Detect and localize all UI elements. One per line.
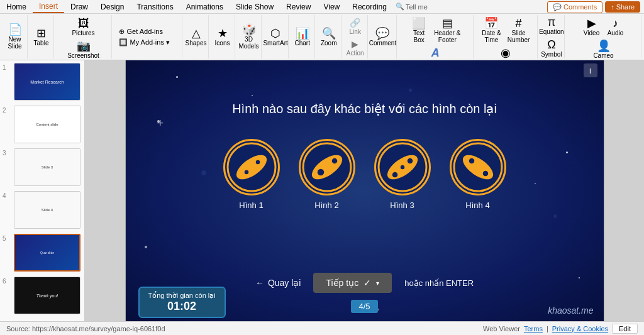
terms-link[interactable]: Terms (524, 325, 543, 332)
next-button[interactable]: Tiếp tục ✓ ▾ (313, 273, 392, 293)
share-button[interactable]: ↑ Share (605, 1, 640, 13)
3d-models-label: 3DModels (238, 36, 258, 50)
ribbon-cameo[interactable]: 👤 Cameo (591, 39, 616, 60)
audio-label: Audio (608, 30, 624, 36)
ribbon-header-footer[interactable]: ▤ Header &Footer (431, 16, 463, 45)
chart-label: Chart (294, 40, 309, 47)
ribbon-zoom[interactable]: 🔍 Zoom (318, 26, 340, 48)
slide-num-1: 1 (3, 63, 11, 71)
ribbon-group-equation: π Equation Ω Symbol (539, 15, 565, 58)
ribbon-my-addins[interactable]: 🔲 My Add-ins ▾ (116, 38, 179, 47)
svg-point-12 (407, 158, 413, 164)
ribbon-group-images: 🖼 Pictures 📷 Screenshot (55, 15, 112, 58)
image-item-3[interactable]: Hình 3 (374, 139, 431, 210)
menu-home[interactable]: Home (0, 1, 33, 13)
ribbon-smartart[interactable]: ⬡ SmartArt (260, 26, 290, 48)
slide-img-6: Thank you! (14, 277, 80, 314)
ribbon-new-slide[interactable]: 📄 NewSlide (4, 23, 26, 51)
svg-point-4 (255, 160, 260, 165)
slide-thumbnail-2[interactable]: 2 Content slide (3, 106, 82, 143)
menu-view[interactable]: View (317, 1, 346, 13)
chevron-down-icon: ▾ (376, 280, 379, 287)
wordart-icon: A (431, 47, 440, 58)
menu-insert[interactable]: Insert (33, 1, 64, 13)
top-right-actions: 💬 Comments ↑ Share (547, 0, 644, 14)
ribbon-shapes[interactable]: △ Shapes (183, 26, 209, 48)
image-item-2[interactable]: Hình 2 (299, 139, 355, 210)
get-addins-label: Get Add-ins (127, 28, 163, 35)
slide-num-4: 4 (3, 191, 11, 199)
circle-1 (223, 139, 280, 195)
slide-thumbnail-3[interactable]: 3 Slide 3 (3, 148, 82, 186)
ribbon-3d-models[interactable]: 🎲 3DModels (236, 23, 261, 51)
ribbon-icons[interactable]: ★ Icons (211, 26, 234, 48)
slide-question: Hình nào sau đây khác biệt với các hình … (126, 101, 604, 116)
web-viewer-label: Web Viewer (483, 325, 520, 332)
comments-button[interactable]: 💬 Comments (547, 1, 602, 13)
ribbon-comment[interactable]: 💬 Comment (367, 26, 399, 48)
comments-icon: 💬 (553, 3, 562, 11)
menu-slideshow[interactable]: Slide Show (230, 1, 280, 13)
menu-transitions[interactable]: Transitions (130, 1, 179, 13)
source-url: Source: https://khaosat.me/survey/game-i… (6, 325, 479, 332)
ribbon-pictures[interactable]: 🖼 Pictures (69, 16, 97, 38)
ribbon-wordart[interactable]: A WordArt (421, 46, 450, 60)
menu-recording[interactable]: Recording (346, 1, 393, 13)
svg-point-13 (400, 165, 405, 170)
back-button[interactable]: ← Quay lại (255, 278, 301, 288)
ribbon-chart[interactable]: 📊 Chart (291, 26, 314, 48)
separator: | (547, 325, 548, 332)
slide-thumbnail-4[interactable]: 4 Slide 4 (3, 191, 82, 229)
timer-label: Tổng thời gian còn lại (148, 292, 216, 300)
ribbon-datetime[interactable]: 📅 Date &Time (479, 16, 504, 45)
ribbon-screenshot[interactable]: 📷 Screenshot (65, 39, 102, 60)
tell-me-input[interactable]: 🔍 Tell me (393, 1, 430, 12)
enter-hint: hoặc nhấn ENTER (404, 278, 474, 288)
share-icon: ↑ (611, 3, 614, 11)
screenshot-label: Screenshot (67, 52, 99, 59)
image-item-1[interactable]: Hình 1 (223, 139, 280, 210)
ribbon-action[interactable]: ▶ Action (344, 38, 367, 58)
object-icon: ◉ (501, 47, 511, 58)
circle-4 (450, 139, 506, 195)
menu-animations[interactable]: Animations (180, 1, 230, 13)
menu-draw[interactable]: Draw (64, 1, 94, 13)
info-button[interactable]: i (584, 63, 597, 77)
ribbon-symbol[interactable]: Ω Symbol (538, 38, 564, 59)
menu-review[interactable]: Review (280, 1, 317, 13)
ribbon-group-icons: ★ Icons (210, 15, 235, 58)
ribbon-get-addins[interactable]: ⊕ Get Add-ins (116, 27, 179, 36)
cameo-icon: 👤 (597, 40, 611, 52)
slide-thumbnail-1[interactable]: 1 Market Research (3, 63, 82, 101)
edit-button[interactable]: Edit (612, 324, 638, 334)
pictures-icon: 🖼 (78, 18, 89, 29)
ribbon-object[interactable]: ◉ Object (494, 46, 518, 60)
status-bar: Source: https://khaosat.me/survey/game-i… (0, 321, 644, 335)
ribbon-textbox[interactable]: ⬜ TextBox (408, 16, 430, 45)
slide-img-1: Market Research (14, 63, 80, 101)
ribbon-group-table: ⊞ Table (29, 15, 54, 58)
pictures-label: Pictures (72, 30, 94, 36)
ribbon-link[interactable]: 🔗 Link (344, 16, 367, 36)
svg-point-3 (244, 170, 249, 175)
slide-thumbnail-5[interactable]: 5 Quiz slide (3, 234, 82, 272)
ribbon-equation[interactable]: π Equation (536, 15, 566, 36)
screenshot-icon: 📷 (77, 40, 91, 52)
privacy-link[interactable]: Privacy & Cookies (552, 325, 608, 332)
menu-design[interactable]: Design (94, 1, 130, 13)
ribbon-table[interactable]: ⊞ Table (30, 26, 53, 48)
slide-thumbnail-6[interactable]: 6 Thank you! (3, 277, 82, 314)
svg-point-8 (331, 158, 338, 164)
textbox-label: TextBox (413, 30, 425, 43)
ribbon-group-text: ⬜ TextBox ▤ Header &Footer A WordArt (398, 15, 474, 58)
main-content-area: + + + i Hình nào sau đây khác biệt với c… (85, 60, 644, 321)
ribbon-video[interactable]: ▶ Video (580, 16, 603, 38)
image-item-4[interactable]: Hình 4 (450, 139, 506, 210)
get-addins-icon: ⊕ (119, 28, 125, 36)
ribbon-audio[interactable]: ♪ Audio (604, 16, 627, 38)
zoom-icon: 🔍 (322, 28, 336, 39)
slide-num-2: 2 (3, 106, 11, 114)
header-footer-icon: ▤ (442, 18, 453, 29)
ribbon-group-link: 🔗 Link ▶ Action (343, 15, 368, 58)
ribbon-slide-number[interactable]: # SlideNumber (505, 16, 533, 45)
